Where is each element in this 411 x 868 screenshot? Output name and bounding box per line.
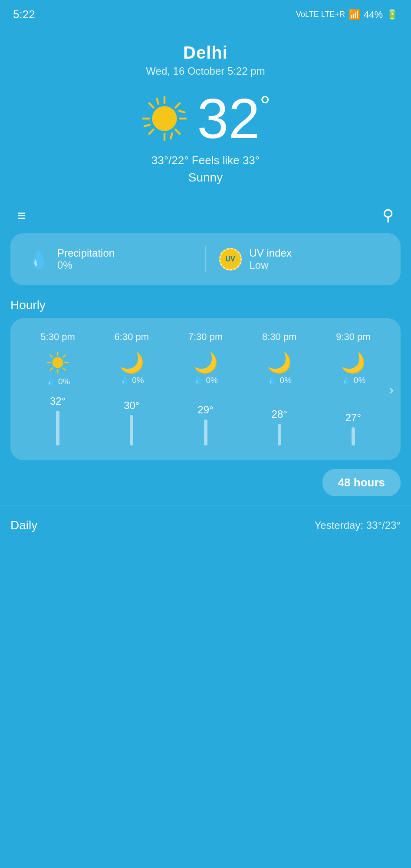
time-4: 9:30 pm	[316, 331, 390, 343]
time-1: 6:30 pm	[95, 331, 168, 343]
temp-col-1: 30°	[95, 399, 168, 446]
city-name: Delhi	[9, 43, 402, 63]
daily-section: Daily Yesterday: 33°/23°	[0, 505, 411, 541]
temp-bar-0	[56, 411, 59, 446]
moon-icon-2: 🌙	[193, 353, 218, 373]
feels-like: Feels like 33°	[192, 154, 260, 167]
hourly-temps-row: 32° 30° 29° 28° 27°	[21, 395, 390, 450]
uv-section: UV UV index Low	[219, 247, 384, 271]
svg-line-20	[50, 368, 52, 370]
hourly-card: 5:30 pm 6:30 pm 7:30 pm 8:30 pm 9:30 pm	[10, 318, 401, 460]
svg-line-6	[175, 103, 180, 108]
hourly-col-2: 🌙 💧 0%	[168, 353, 242, 385]
uv-value: Low	[250, 259, 292, 271]
battery: 44%	[364, 9, 383, 20]
card-divider	[205, 246, 206, 272]
feels-row: 33°/22° Feels like 33°	[9, 154, 402, 167]
precip-label: Precipitation	[57, 247, 115, 259]
high-low: 33°/22°	[151, 154, 189, 167]
svg-line-11	[179, 111, 184, 112]
precip-0: 💧 0%	[46, 376, 70, 386]
hourly-times: 5:30 pm 6:30 pm 7:30 pm 8:30 pm 9:30 pm	[21, 331, 390, 343]
moon-icon-4: 🌙	[341, 353, 365, 373]
time-3: 8:30 pm	[243, 331, 316, 343]
temp-label-3: 28°	[272, 408, 287, 420]
svg-line-9	[171, 133, 172, 139]
main-temperature: 32 °	[193, 90, 270, 147]
precip-value: 0%	[57, 259, 115, 271]
menu-icon[interactable]: ≡	[17, 207, 26, 224]
48-hours-button[interactable]: 48 hours	[322, 469, 401, 496]
signal-bars: 📶	[349, 9, 360, 20]
uv-label: UV index	[250, 247, 292, 259]
svg-point-21	[53, 357, 63, 368]
precip-3: 💧 0%	[267, 375, 292, 385]
hourly-col-1: 🌙 💧 0%	[95, 353, 168, 385]
svg-line-19	[63, 355, 66, 357]
date-time: Wed, 16 October 5:22 pm	[9, 65, 402, 77]
moon-icon-1: 🌙	[119, 353, 144, 373]
hourly-col-4: 🌙 💧 0%	[316, 353, 390, 385]
precipitation-section: 💧 Precipitation 0%	[28, 247, 192, 271]
temp-label-1: 30°	[124, 399, 139, 412]
temp-col-4: 27°	[316, 412, 390, 446]
temp-col-3: 28°	[243, 408, 316, 446]
temp-col-2: 29°	[168, 404, 242, 446]
battery-icon: 🔋	[386, 9, 398, 20]
time-2: 7:30 pm	[168, 331, 242, 343]
temp-bar-1	[130, 415, 133, 446]
moon-icon-3: 🌙	[267, 353, 292, 373]
temp-label-2: 29°	[197, 404, 213, 416]
svg-line-8	[157, 99, 158, 104]
temp-label-0: 32°	[50, 395, 66, 407]
svg-line-10	[145, 125, 150, 126]
status-time: 5:22	[13, 8, 35, 21]
hours-btn-row: 48 hours	[0, 460, 411, 496]
temp-bar-2	[204, 419, 207, 446]
precip-4: 💧 0%	[341, 375, 366, 385]
svg-line-18	[63, 368, 66, 370]
svg-line-4	[149, 103, 154, 108]
search-icon[interactable]: ⚲	[382, 206, 394, 224]
precip-1: 💧 0%	[119, 375, 144, 385]
temp-col-0: 32°	[21, 395, 95, 446]
precip-2: 💧 0%	[193, 375, 218, 385]
hourly-col-3: 🌙 💧 0%	[243, 353, 316, 385]
toolbar: ≡ ⚲	[0, 193, 411, 233]
status-bar: 5:22 VoLTE LTE+R 📶 44% 🔋	[0, 0, 411, 26]
status-right: VoLTE LTE+R 📶 44% 🔋	[296, 9, 398, 20]
condition: Sunny	[9, 171, 402, 185]
sun-small-icon	[46, 351, 69, 374]
yesterday-temp: Yesterday: 33°/23°	[315, 519, 401, 531]
chevron-right-icon[interactable]: ›	[389, 381, 394, 397]
hourly-label: Hourly	[10, 298, 401, 312]
time-0: 5:30 pm	[21, 331, 95, 343]
svg-line-5	[175, 129, 180, 134]
svg-line-7	[149, 129, 154, 134]
hourly-icons-row: 💧 0% 🌙 💧 0% 🌙 💧 0% 🌙 💧 0% 🌙 💧 0%	[21, 351, 390, 386]
temp-bar-4	[352, 427, 355, 446]
uv-badge: UV	[219, 248, 242, 271]
weather-header: Delhi Wed, 16 October 5:22 pm	[0, 26, 411, 193]
sun-icon	[141, 95, 188, 142]
temp-label-4: 27°	[345, 412, 361, 424]
hourly-col-0: 💧 0%	[21, 351, 95, 386]
drop-icon: 💧	[28, 249, 49, 270]
info-card: 💧 Precipitation 0% UV UV index Low	[10, 233, 401, 285]
svg-point-12	[152, 106, 177, 131]
network-info: VoLTE LTE+R	[296, 10, 345, 19]
temp-row: 32 °	[9, 90, 402, 147]
temp-bar-3	[278, 424, 281, 446]
svg-line-17	[50, 355, 52, 357]
daily-label: Daily	[10, 518, 37, 532]
